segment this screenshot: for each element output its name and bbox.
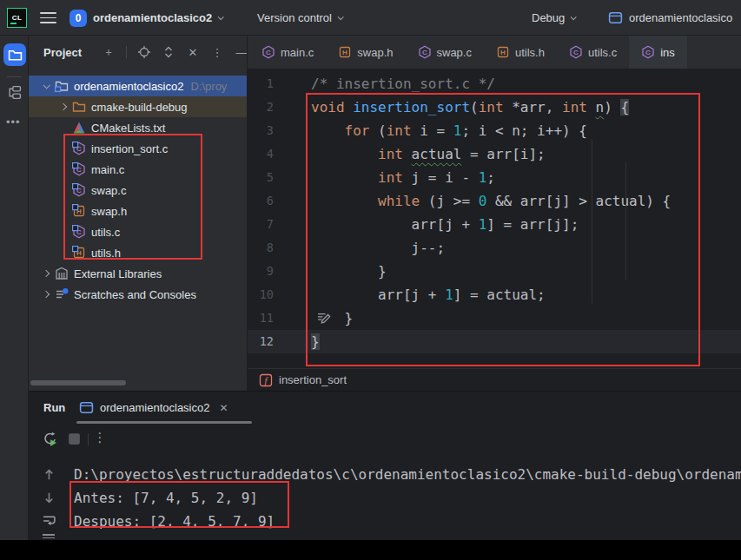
version-control-widget[interactable]: Version control [257, 0, 342, 36]
tab-label: main.c [281, 46, 314, 59]
svg-text:f: f [264, 375, 268, 385]
cmake-icon [72, 121, 86, 135]
svg-text:C: C [266, 49, 271, 56]
chevron-down-icon [338, 14, 344, 20]
close-icon[interactable]: ✕ [219, 402, 228, 414]
run-config-label: ordenamientoclasico [629, 11, 732, 24]
scroll-down-icon[interactable] [42, 491, 56, 505]
collapse-all-icon[interactable]: ✕ [186, 45, 200, 59]
scroll-up-icon[interactable] [42, 467, 56, 482]
console-options-kebab-icon[interactable]: ⋮ [93, 430, 107, 447]
run-tab[interactable]: ordenamientoclasico2 ✕ [79, 392, 228, 424]
locate-file-icon[interactable] [137, 45, 151, 59]
tool-window-stripe: ••• [0, 36, 29, 540]
stripe-divider [7, 76, 22, 77]
tab-label: ins [660, 46, 675, 59]
line-number: 5 [248, 166, 274, 189]
h-file-icon: H [496, 45, 510, 59]
tree-item-label: Scratches and Consoles [74, 288, 196, 301]
function-icon: f [259, 373, 273, 387]
breadcrumb[interactable]: f insertion_sort [248, 368, 741, 391]
hide-panel-icon[interactable]: — [235, 45, 248, 59]
tree-chevron[interactable] [37, 83, 55, 89]
tab-label: swap.c [437, 46, 472, 59]
tab-label: swap.h [357, 46, 393, 59]
scratches-icon [55, 287, 69, 301]
rerun-button[interactable] [43, 432, 57, 446]
tree-item-label: ordenamientoclasico2 [74, 80, 183, 93]
clion-logo-text: CL [12, 14, 23, 22]
add-icon[interactable]: ＋ [102, 45, 116, 59]
project-selector-label: ordenamientoclasico2 [93, 11, 212, 24]
c-file-icon: C [418, 45, 432, 59]
tab-label: utils.c [588, 46, 617, 59]
line-number: 3 [248, 119, 274, 142]
line-number: 12 [248, 330, 274, 353]
run-panel-title: Run [43, 392, 65, 424]
expand-all-icon[interactable] [162, 45, 175, 59]
editor-tab-utils-h[interactable]: Hutils.h [484, 36, 557, 69]
c-file-icon: C [641, 45, 655, 59]
line-number: 11 [248, 306, 274, 330]
app-window-icon [79, 400, 94, 415]
clipped-gutter-icon [43, 532, 55, 540]
editor-tab-swap-h[interactable]: Hswap.h [326, 36, 405, 69]
titlebar: CL 0 ordenamientoclasico2 Version contro… [0, 0, 741, 36]
options-kebab-icon[interactable]: ⋮ [210, 45, 224, 59]
toolbar-separator [88, 433, 89, 445]
clion-logo-icon: CL [7, 8, 27, 28]
changes-badge: 0 [69, 10, 87, 27]
editor-tab-swap-c[interactable]: Cswap.c [406, 36, 484, 69]
editor-tab-main-c[interactable]: Cmain.c [249, 36, 326, 69]
tree-item-label: CMakeLists.txt [91, 122, 165, 135]
run-tab-underline [76, 421, 252, 424]
stop-button[interactable] [67, 432, 82, 446]
main-menu-button[interactable] [40, 12, 56, 23]
svg-text:H: H [500, 49, 506, 56]
editor-tab-utils-c[interactable]: Cutils.c [557, 36, 629, 69]
svg-text:H: H [342, 49, 347, 56]
h-file-icon: H [338, 45, 352, 59]
code-text: /* insertion_sort.c */ [274, 72, 495, 96]
tree-item-label: External Libraries [74, 267, 162, 280]
folder-icon [8, 48, 23, 63]
line-number: 6 [248, 189, 274, 213]
build-type-label: Debug [532, 11, 565, 24]
tree-item-ordenamientoclasico2[interactable]: ordenamientoclasico2D:\proy [29, 76, 247, 96]
project-selector[interactable]: 0 ordenamientoclasico2 [69, 0, 222, 36]
more-tool-windows-button[interactable]: ••• [6, 115, 23, 129]
excluded-folder-icon [72, 100, 86, 114]
chevron-down-icon [218, 14, 224, 20]
svg-text:C: C [645, 49, 651, 56]
tree-item-scratches-and-consoles[interactable]: Scratches and Consoles [29, 284, 247, 305]
tree-item-external-libraries[interactable]: External Libraries [29, 263, 247, 284]
code-line-1[interactable]: 1/* insertion_sort.c */ [248, 72, 741, 96]
tree-chevron[interactable] [37, 292, 55, 297]
tree-item-cmake-build-debug[interactable]: cmake-build-debug [29, 96, 247, 117]
svg-text:C: C [422, 49, 427, 56]
version-control-label: Version control [257, 11, 332, 24]
c-file-icon: C [261, 45, 275, 59]
editor-tab-ins[interactable]: Cins [629, 36, 687, 69]
tree-chevron[interactable] [37, 271, 55, 276]
project-tool-button[interactable] [3, 43, 26, 66]
run-tab-label: ordenamientoclasico2 [100, 401, 209, 414]
structure-tool-button[interactable] [7, 85, 22, 100]
chevron-down-icon [571, 14, 577, 20]
run-config-selector[interactable]: ordenamientoclasico [608, 0, 741, 36]
tree-chevron[interactable] [55, 104, 72, 109]
line-number: 9 [248, 260, 274, 283]
project-panel-hscrollbar[interactable] [30, 380, 126, 385]
tree-item-label: cmake-build-debug [91, 101, 188, 114]
tab-label: utils.h [515, 46, 545, 59]
annotation-box-tree-files [63, 134, 202, 260]
line-number: 2 [248, 96, 274, 119]
build-type-selector[interactable]: Debug [532, 0, 575, 36]
project-panel-title: Project [43, 46, 82, 59]
libraries-icon [55, 267, 69, 280]
c-file-icon: C [569, 45, 583, 59]
line-number: 1 [248, 72, 274, 96]
soft-wrap-icon[interactable] [42, 513, 56, 528]
breadcrumb-function-name: insertion_sort [279, 373, 347, 386]
line-number: 7 [248, 213, 274, 236]
